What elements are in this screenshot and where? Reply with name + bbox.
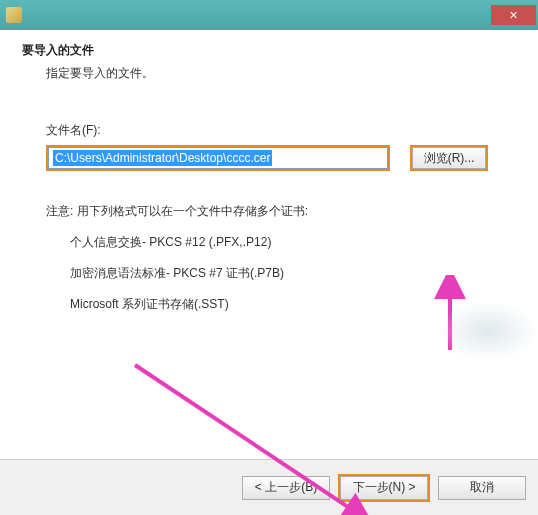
- file-input-value: C:\Users\Administrator\Desktop\cccc.cer: [53, 150, 272, 166]
- wizard-footer: < 上一步(B) 下一步(N) > 取消: [0, 460, 538, 515]
- cancel-button[interactable]: 取消: [438, 476, 526, 500]
- page-subtitle: 指定要导入的文件。: [46, 65, 516, 82]
- file-label: 文件名(F):: [46, 122, 516, 139]
- file-input[interactable]: C:\Users\Administrator\Desktop\cccc.cer: [48, 147, 388, 169]
- next-highlight: 下一步(N) >: [338, 474, 430, 502]
- page-title: 要导入的文件: [22, 42, 516, 59]
- format-item: 个人信息交换- PKCS #12 (.PFX,.P12): [70, 234, 516, 251]
- file-row: C:\Users\Administrator\Desktop\cccc.cer …: [46, 145, 516, 171]
- close-icon: ×: [509, 7, 517, 23]
- format-item: 加密消息语法标准- PKCS #7 证书(.P7B): [70, 265, 516, 282]
- browse-highlight: 浏览(R)...: [410, 145, 488, 171]
- format-item: Microsoft 系列证书存储(.SST): [70, 296, 516, 313]
- file-input-highlight: C:\Users\Administrator\Desktop\cccc.cer: [46, 145, 390, 171]
- next-button[interactable]: 下一步(N) >: [340, 476, 428, 500]
- browse-button[interactable]: 浏览(R)...: [412, 147, 486, 169]
- titlebar: ×: [0, 0, 538, 30]
- wizard-content: 要导入的文件 指定要导入的文件。 文件名(F): C:\Users\Admini…: [0, 30, 538, 460]
- titlebar-left: [0, 7, 22, 23]
- app-icon: [6, 7, 22, 23]
- back-button[interactable]: < 上一步(B): [242, 476, 330, 500]
- note-text: 注意: 用下列格式可以在一个文件中存储多个证书:: [46, 203, 516, 220]
- close-button[interactable]: ×: [491, 5, 536, 25]
- annotation-arrow-icon: [430, 275, 490, 355]
